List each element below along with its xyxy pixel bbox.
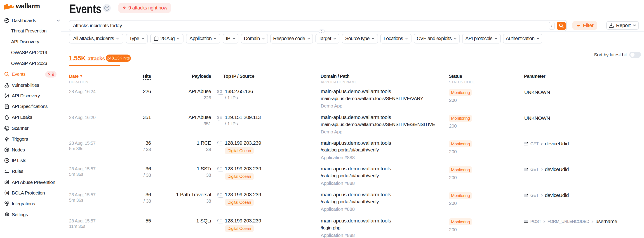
svg-text:?: ? xyxy=(106,6,108,10)
svg-text:IP: IP xyxy=(6,159,8,162)
svg-text:ID: ID xyxy=(6,192,8,194)
